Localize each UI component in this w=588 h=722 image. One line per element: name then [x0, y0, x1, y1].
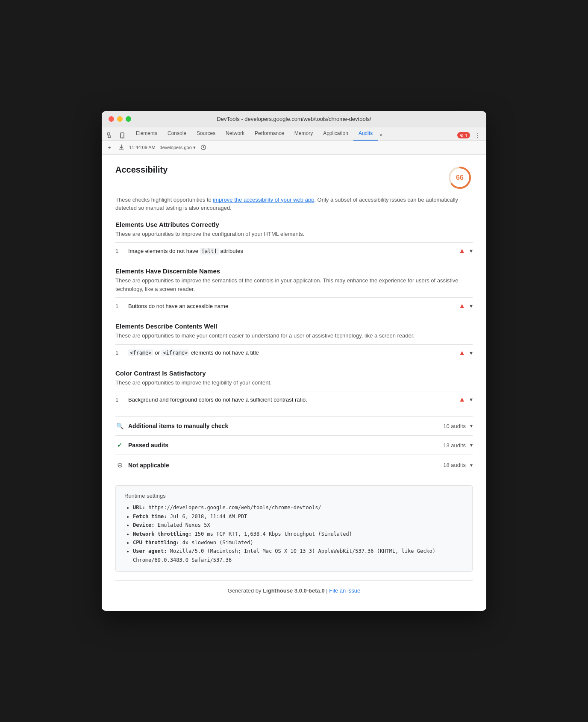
subsection-contents: Elements Describe Contents Well These ar…: [115, 323, 473, 361]
chevron-down-icon-na: ▾: [470, 462, 473, 468]
score-value: 66: [456, 174, 464, 182]
tab-audits[interactable]: Audits: [353, 127, 378, 141]
runtime-list-item: Fetch time: Jul 6, 2018, 11:44 AM PDT: [133, 512, 464, 521]
audit-item-4: 1 Background and foreground colors do no…: [115, 391, 473, 408]
subsection-desc-2: These are opportunities to improve the s…: [115, 276, 473, 293]
chevron-down-icon-passed: ▾: [470, 442, 473, 448]
timestamp-label[interactable]: 11:44:09 AM - developers.goo ▾: [129, 145, 196, 150]
accessibility-link[interactable]: improve the accessibility of your web ap…: [213, 197, 314, 203]
inspect-icon[interactable]: [105, 130, 115, 141]
subsection-desc-4: These are opportunities to improve the l…: [115, 379, 473, 387]
audit-text-4: Background and foreground colors do not …: [128, 396, 454, 403]
maximize-button[interactable]: [126, 116, 131, 122]
runtime-list-item: URL: https://developers.google.com/web/t…: [133, 503, 464, 512]
audit-num-1: 1: [115, 248, 124, 254]
browser-window: DevTools - developers.google.com/web/too…: [102, 111, 486, 611]
checkmark-icon: ✓: [115, 442, 124, 449]
minimize-button[interactable]: [117, 116, 123, 122]
section-header: Accessibility 66: [115, 165, 473, 191]
secondary-toolbar: + 11:44:09 AM - developers.goo ▾: [102, 141, 486, 155]
audit-num-2: 1: [115, 303, 124, 309]
tab-elements[interactable]: Elements: [131, 127, 162, 141]
runtime-settings: Runtime settings URL: https://developers…: [115, 485, 473, 572]
runtime-list-item: Device: Emulated Nexus 5X: [133, 521, 464, 529]
traffic-lights: [109, 116, 131, 122]
subsection-contrast: Color Contrast Is Satisfactory These are…: [115, 370, 473, 408]
warning-icon-2: ▲: [459, 302, 465, 310]
passed-audits-row[interactable]: ✓ Passed audits 13 audits ▾: [115, 435, 473, 455]
subsection-attributes: Elements Use Attributes Correctly These …: [115, 221, 473, 259]
expand-icon-4[interactable]: ▾: [470, 396, 473, 403]
tab-console[interactable]: Console: [162, 127, 191, 141]
section-title: Accessibility: [115, 165, 168, 175]
close-button[interactable]: [109, 116, 114, 122]
tab-right-area: ⊗ 1 ⋮: [457, 130, 483, 141]
subsection-desc-1: These are opportunities to improve the c…: [115, 230, 473, 238]
tab-memory[interactable]: Memory: [289, 127, 318, 141]
manual-check-label: Additional items to manually check: [128, 423, 439, 429]
window-title: DevTools - developers.google.com/web/too…: [217, 116, 371, 122]
runtime-list-item: Network throttling: 150 ms TCP RTT, 1,63…: [133, 530, 464, 538]
svg-rect-0: [108, 133, 110, 135]
warning-icon-1: ▲: [459, 247, 465, 255]
passed-audits-count: 13 audits: [443, 442, 466, 449]
section-description: These checks highlight opportunities to …: [115, 196, 473, 212]
device-icon[interactable]: [117, 130, 127, 141]
subsection-title-3: Elements Describe Contents Well: [115, 323, 473, 330]
download-button[interactable]: [117, 143, 126, 152]
chevron-down-icon-manual: ▾: [470, 423, 473, 429]
warning-icon-3: ▲: [459, 349, 465, 357]
audit-num-4: 1: [115, 396, 124, 403]
subsection-title-1: Elements Use Attributes Correctly: [115, 221, 473, 228]
tab-application[interactable]: Application: [318, 127, 353, 141]
expand-icon-2[interactable]: ▾: [470, 302, 473, 309]
runtime-title: Runtime settings: [124, 493, 464, 499]
audit-text-3: <frame> or <iframe> elements do not have…: [128, 349, 454, 356]
runtime-list-item: User agent: Mozilla/5.0 (Macintosh; Inte…: [133, 547, 464, 564]
expand-icon-3[interactable]: ▾: [470, 349, 473, 356]
audit-item-2: 1 Buttons do not have an accessible name…: [115, 297, 473, 314]
not-applicable-row[interactable]: ⊖ Not applicable 18 audits ▾: [115, 455, 473, 475]
footer: Generated by Lighthouse 3.0.0-beta.0 | F…: [115, 580, 473, 601]
svg-point-2: [122, 137, 123, 138]
audit-item-3: 1 <frame> or <iframe> elements do not ha…: [115, 344, 473, 361]
subsection-title-4: Color Contrast Is Satisfactory: [115, 370, 473, 377]
tab-performance[interactable]: Performance: [250, 127, 289, 141]
manual-check-row[interactable]: 🔍 Additional items to manually check 10 …: [115, 416, 473, 435]
minus-circle-icon: ⊖: [115, 461, 124, 469]
runtime-list-item: CPU throttling: 4x slowdown (Simulated): [133, 538, 464, 547]
tab-more-button[interactable]: »: [378, 129, 384, 141]
history-button[interactable]: [199, 143, 208, 152]
subsection-names: Elements Have Discernible Names These ar…: [115, 267, 473, 314]
expand-icon-1[interactable]: ▾: [470, 247, 473, 254]
more-options-icon[interactable]: ⋮: [473, 130, 483, 141]
error-badge: ⊗ 1: [457, 132, 470, 138]
audit-text-2: Buttons do not have an accessible name: [128, 303, 454, 309]
score-circle: 66: [447, 165, 473, 191]
warning-icon-4: ▲: [459, 396, 465, 403]
title-bar: DevTools - developers.google.com/web/too…: [102, 111, 486, 127]
subsection-desc-3: These are opportunities to make your con…: [115, 332, 473, 340]
audit-text-1: Image elements do not have [alt] attribu…: [128, 248, 454, 254]
passed-audits-label: Passed audits: [128, 442, 439, 449]
add-recording-button[interactable]: +: [105, 143, 114, 152]
search-icon: 🔍: [115, 423, 124, 429]
audit-item-1: 1 Image elements do not have [alt] attri…: [115, 242, 473, 259]
tab-bar: Elements Console Sources Network Perform…: [102, 127, 486, 141]
audit-num-3: 1: [115, 349, 124, 356]
manual-check-count: 10 audits: [443, 423, 466, 429]
not-applicable-count: 18 audits: [443, 462, 466, 468]
runtime-list: URL: https://developers.google.com/web/t…: [124, 503, 464, 564]
section-header-text: Accessibility: [115, 165, 168, 175]
tab-sources[interactable]: Sources: [191, 127, 220, 141]
not-applicable-label: Not applicable: [128, 462, 439, 469]
tab-network[interactable]: Network: [220, 127, 250, 141]
main-content: Accessibility 66 These checks highlight …: [102, 155, 486, 611]
subsection-title-2: Elements Have Discernible Names: [115, 267, 473, 275]
file-issue-link[interactable]: File an issue: [329, 587, 360, 594]
